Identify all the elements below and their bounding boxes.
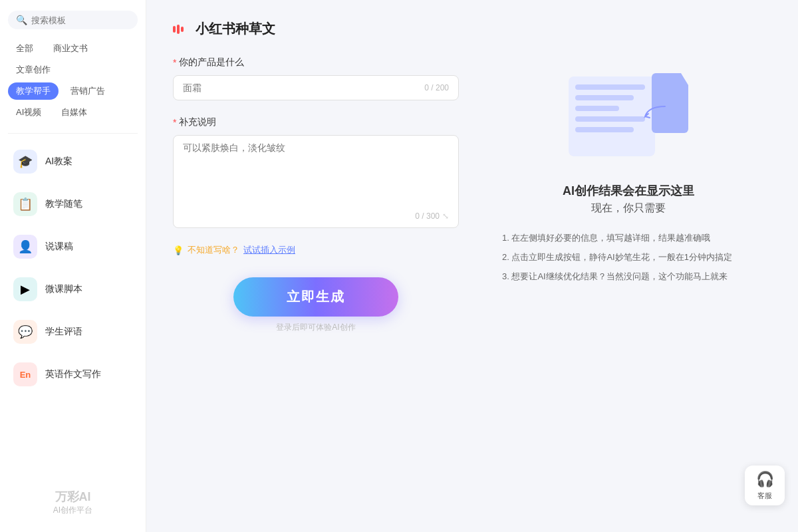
product-field-label: * 你的产品是什么 [173,57,459,68]
tag-marketing[interactable]: 营销广告 [63,82,113,100]
supplement-field-label: * 补充说明 [173,116,459,128]
supplement-char-count: 0 / 300 [415,211,440,221]
search-icon: 🔍 [16,15,27,25]
page-title: 小红书种草文 [196,20,275,38]
sidebar-item-lecture-script[interactable]: 👤 说课稿 [8,227,138,267]
sidebar-item-student-comment[interactable]: 💬 学生评语 [8,312,138,352]
field-group-product: * 你的产品是什么 0 / 200 [173,57,459,100]
generate-button[interactable]: 立即生成 [233,277,398,317]
ai-sub-title: 现在，你只需要 [563,201,694,215]
ai-lesson-plan-icon: 🎓 [13,150,37,174]
sidebar-item-english-writing[interactable]: En 英语作文写作 [8,354,138,394]
product-input[interactable] [183,82,424,93]
supplement-textarea[interactable] [183,142,449,209]
step-1: 1. 在左侧填好必要的信息，填写越详细，结果越准确哦 [502,231,755,245]
tag-article[interactable]: 文章创作 [8,61,59,78]
product-input-wrapper: 0 / 200 [173,75,459,100]
resize-icon: ⤡ [442,211,449,221]
teaching-notes-icon: 📋 [13,192,37,216]
micro-lesson-label: 微课脚本 [45,283,82,295]
sidebar: 🔍 全部 商业文书 文章创作 教学帮手 营销广告 AI视频 自媒体 🎓 AI教案… [0,0,146,532]
doc-line-4 [575,116,645,122]
step-2: 2. 点击立即生成按钮，静待AI妙笔生花，一般在1分钟内搞定 [502,251,755,265]
search-input[interactable] [31,15,130,25]
tag-teaching[interactable]: 教学帮手 [8,82,59,100]
required-star-product: * [173,57,176,68]
search-box[interactable]: 🔍 [8,11,138,29]
hint-link-text[interactable]: 试试插入示例 [243,244,295,256]
generate-btn-wrap: 立即生成 登录后即可体验AI创作 [173,277,459,333]
generate-hint: 登录后即可体验AI创作 [276,322,355,333]
watermark-title: 万彩AI [8,489,138,505]
hint-link[interactable]: 💡 不知道写啥？ 试试插入示例 [173,244,459,256]
hint-icon: 💡 [173,245,184,255]
form-section: * 你的产品是什么 0 / 200 * 补充说明 0 / 300 [173,57,459,333]
main-content: 小红书种草文 * 你的产品是什么 0 / 200 * 补充说明 [146,0,798,532]
lecture-script-icon: 👤 [13,235,37,259]
doc-line-2 [575,95,634,100]
steps-list: 1. 在左侧填好必要的信息，填写越详细，结果越准确哦 2. 点击立即生成按钮，静… [502,231,755,289]
preview-illustration [562,70,695,170]
customer-service-button[interactable]: 🎧 客服 [745,466,785,505]
right-panel: AI创作结果会在显示这里 现在，你只需要 1. 在左侧填好必要的信息，填写越详细… [485,57,771,333]
english-writing-label: 英语作文写作 [45,368,101,380]
sidebar-item-teaching-notes[interactable]: 📋 教学随笔 [8,184,138,224]
watermark: 万彩AI AI创作平台 [8,483,138,521]
tag-self-media[interactable]: 自媒体 [53,104,95,121]
customer-service-icon: 🎧 [756,471,774,488]
tag-row-1: 全部 商业文书 文章创作 [8,40,138,78]
english-writing-icon: En [13,362,37,386]
tag-row-2: 教学帮手 营销广告 [8,82,138,100]
doc-line-3 [575,106,619,111]
sidebar-item-micro-lesson[interactable]: ▶ 微课脚本 [8,269,138,309]
product-char-count: 0 / 200 [424,83,449,92]
content-area: * 你的产品是什么 0 / 200 * 补充说明 0 / 300 [173,57,771,333]
tag-ai-video[interactable]: AI视频 [8,104,49,121]
sidebar-item-ai-lesson-plan[interactable]: 🎓 AI教案 [8,142,138,182]
ai-lesson-plan-label: AI教案 [45,156,72,168]
ai-desc: AI创作结果会在显示这里 现在，你只需要 [563,183,694,215]
doc-line-1 [575,84,645,90]
supplement-textarea-wrapper: 0 / 300 ⤡ [173,135,459,228]
doc-line-5 [575,127,634,132]
page-header: 小红书种草文 [173,20,771,38]
tag-all[interactable]: 全部 [8,40,41,57]
tag-row-3: AI视频 自媒体 [8,104,138,121]
sidebar-divider [8,133,138,134]
ai-result-title: AI创作结果会在显示这里 [563,183,694,199]
required-star-supplement: * [173,117,176,128]
student-comment-icon: 💬 [13,320,37,344]
field-group-supplement: * 补充说明 0 / 300 ⤡ [173,116,459,228]
lecture-script-label: 说课稿 [45,241,73,253]
student-comment-label: 学生评语 [45,326,82,338]
arrow-svg [642,103,668,123]
teaching-notes-label: 教学随笔 [45,198,82,210]
micro-lesson-icon: ▶ [13,277,37,301]
hint-text: 不知道写啥？ [188,244,239,256]
watermark-subtitle: AI创作平台 [8,505,138,516]
customer-service-label: 客服 [757,491,772,501]
tag-business[interactable]: 商业文书 [45,40,96,57]
xiaohongshu-icon [173,24,189,35]
step-3: 3. 想要让AI继续优化结果？当然没问题，这个功能马上就来 [502,270,755,284]
textarea-footer: 0 / 300 ⤡ [183,211,449,221]
